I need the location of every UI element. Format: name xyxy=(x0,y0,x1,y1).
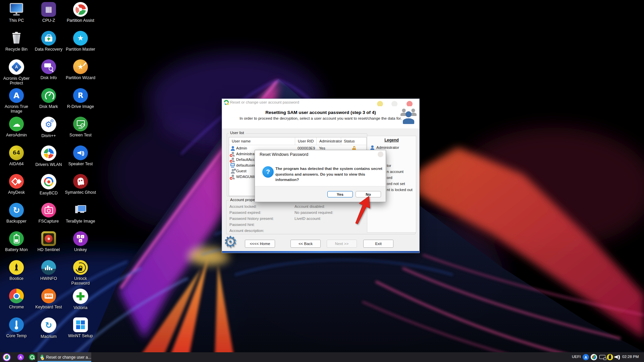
home-button[interactable]: <<<< Home xyxy=(245,240,275,248)
wizard-header: Resetting SAM user account password (ste… xyxy=(222,106,419,129)
desktop-icon-label: Macrium xyxy=(33,334,65,339)
desktop-icon-label: FSCapture xyxy=(33,219,65,224)
keyboard-icon xyxy=(41,289,56,303)
desktop-icon-fscapture[interactable]: FSCapture xyxy=(33,203,65,224)
double-diamond-icon xyxy=(9,174,24,189)
desktop-icon-recycle-bin[interactable]: Recycle Bin xyxy=(0,31,33,52)
desktop-icon-unikey[interactable]: uinUnikey xyxy=(64,231,97,252)
desktop-icon-label: AeroAdmin xyxy=(0,133,33,137)
user-list-label: User list xyxy=(229,131,246,135)
clock[interactable]: 02:28 PM xyxy=(622,355,639,359)
desktop-icon-hwinfo[interactable]: HWiNFO xyxy=(33,260,65,281)
gear-icon[interactable]: ⚙ xyxy=(223,233,237,251)
cpu-chip-icon: ▦ xyxy=(41,2,56,17)
desktop-icon-battery-mon[interactable]: Battery Mon xyxy=(0,231,33,252)
col-user-name[interactable]: User name xyxy=(229,137,295,145)
desktop-icon-speaker-test[interactable]: ))Speaker Test xyxy=(64,145,97,166)
desktop-icon-hd-sentinel[interactable]: HD Sentinel xyxy=(33,231,65,252)
step-title: Resetting SAM user account password (ste… xyxy=(222,110,419,115)
exit-button[interactable]: Exit xyxy=(363,240,393,248)
desktop-icon-disk-info[interactable]: Disk Info xyxy=(33,59,65,80)
account-property-label: Password expired: xyxy=(229,210,261,215)
start-button[interactable] xyxy=(3,353,11,361)
desktop-icon-macrium[interactable]: ↻Macrium xyxy=(33,317,65,339)
desktop-icon-partition-assist[interactable]: Partition Assist xyxy=(64,2,97,23)
green-cross-icon xyxy=(73,289,88,304)
disabled-user-icon xyxy=(230,175,235,179)
legend-item-partial: n account xyxy=(387,170,404,174)
legend-item-label: Administrator xyxy=(376,145,399,149)
desktop-icon-easybcd[interactable]: EasyBCD xyxy=(33,174,65,195)
speaker-icon[interactable]: )) xyxy=(614,354,620,360)
winpe-logo-icon xyxy=(4,355,9,360)
desktop-icon-partition-master[interactable]: ★Partition Master xyxy=(64,31,97,52)
desktop-icon-aeroadmin[interactable]: ☁AeroAdmin xyxy=(0,117,33,137)
number-64-icon: 64 xyxy=(9,145,24,160)
account-property-label: LiveID account: xyxy=(294,217,321,221)
desktop-icon-symantec-ghost[interactable]: Symantec Ghost xyxy=(64,174,97,195)
dialog-title: Reset Windows Password xyxy=(260,152,308,157)
next-button[interactable]: Next >> xyxy=(327,240,357,248)
legend-item-partial: tor xyxy=(387,164,391,168)
window-titlebar[interactable]: Reset or change user account password xyxy=(222,99,419,106)
camera-icon xyxy=(41,203,56,218)
desktop-icon-victoria[interactable]: Victoria xyxy=(64,289,97,310)
app-a-icon[interactable]: A xyxy=(17,354,24,360)
desktop-icon-bootice[interactable]: Bootice xyxy=(0,260,33,281)
desktop-icon-label: AnyDesk xyxy=(0,190,33,195)
app-store-icon[interactable]: A xyxy=(583,354,589,360)
desktop-icon-acronis-true-image[interactable]: AAcronis True Image xyxy=(0,88,33,114)
network-icon[interactable] xyxy=(599,355,605,359)
desktop-icon-partition-wizard[interactable]: ★Partition Wizard xyxy=(64,59,97,80)
desktop-icon-label: Partition Assist xyxy=(64,18,97,23)
desktop-icon-aida64[interactable]: 64AIDA64 xyxy=(0,145,33,166)
desktop-icon-keyboard-test[interactable]: Keyboard Test xyxy=(33,289,65,309)
pie-partition-icon xyxy=(73,2,88,17)
search-icon[interactable] xyxy=(29,354,35,360)
desktop-icon-r-drive-image[interactable]: RR-Drive Image xyxy=(64,88,97,109)
desktop-icon-label: TeraByte Image xyxy=(64,219,97,224)
taskbar: A Reset or change user a... UEFI A )) 02… xyxy=(0,352,644,362)
user-group-icon xyxy=(400,108,417,124)
desktop-icon-dism[interactable]: ⚙⚙Dism++ xyxy=(33,117,65,138)
desktop-icon-terabyte-image[interactable]: TeraByte Image xyxy=(64,203,97,224)
back-button[interactable]: << Back xyxy=(290,240,321,248)
col-user-rid[interactable]: User RID xyxy=(295,137,317,145)
col-administrator[interactable]: Administrator xyxy=(317,137,341,145)
hard-disk-icon xyxy=(41,231,56,246)
desktop-icon-anydesk[interactable]: AnyDesk xyxy=(0,174,33,195)
desktop-icon-label: Symantec Ghost xyxy=(64,190,97,195)
taskbar-item-reset-password[interactable]: Reset or change user a... xyxy=(38,352,91,362)
desktop-icon-label: Partition Master xyxy=(64,47,97,52)
dialog-close-button[interactable] xyxy=(378,152,383,157)
account-property-label: Account disabled: xyxy=(294,204,325,208)
admin-user-icon xyxy=(230,146,235,151)
col-status[interactable]: Status xyxy=(341,137,366,145)
account-property-label: No password required: xyxy=(294,210,333,215)
rocket-icon xyxy=(9,260,24,275)
desktop-icon-this-pc[interactable]: This PC xyxy=(0,2,33,23)
desktop-icon-acronis-cyber-protect[interactable]: AAcronis Cyber Protect xyxy=(0,59,33,85)
desktop-icon-winnt-setup[interactable]: WinNT Setup xyxy=(64,317,97,338)
app-icon xyxy=(41,355,44,360)
color-ring-icon xyxy=(41,174,56,189)
chrome-icon xyxy=(9,289,24,303)
desktop-icon-label: R-Drive Image xyxy=(64,104,97,109)
administrator-icon xyxy=(370,145,375,150)
desktop-icon-core-temp[interactable]: Core Temp xyxy=(0,317,33,338)
desktop-icon-screen-test[interactable]: Screen Test xyxy=(64,117,97,137)
desktop-icon-cpu-z[interactable]: ▦CPU-Z xyxy=(33,2,65,23)
window-bottom-accent xyxy=(222,251,419,253)
desktop-icon-label: Disk Mark xyxy=(33,104,65,109)
desktop-icon-backupper[interactable]: ↻Backupper xyxy=(0,203,33,224)
usb-drive-icon[interactable] xyxy=(607,354,613,360)
legend-item-partial: ord xyxy=(387,176,392,180)
desktop-icon-chrome[interactable]: Chrome xyxy=(0,289,33,309)
reflect-arrows-icon: ↻ xyxy=(41,317,56,333)
red-arrow-annotation xyxy=(349,193,376,228)
desktop-icon-drivers-wlan[interactable]: Drivers WLAN xyxy=(33,145,65,167)
desktop-icon-unlock-password[interactable]: Unlock Password xyxy=(64,260,97,286)
desktop-icon-data-recovery[interactable]: Data Recovery xyxy=(33,31,65,52)
desktop-icon-disk-mark[interactable]: Disk Mark xyxy=(33,88,65,109)
winpe-tray-icon[interactable] xyxy=(591,354,597,360)
